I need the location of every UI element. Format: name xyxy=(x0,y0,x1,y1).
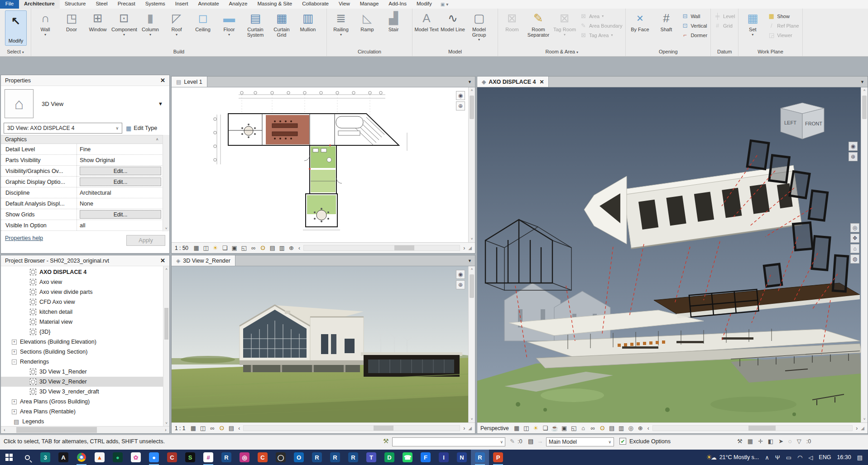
show-hidden-icons[interactable]: ∧ xyxy=(765,454,769,461)
reveal-hidden-icon[interactable]: ʘ xyxy=(218,425,225,431)
volume-icon[interactable]: ◁ xyxy=(808,454,813,461)
modify-button[interactable]: ↖ Modify xyxy=(5,10,27,46)
taskbar-o-dark[interactable]: ◯ xyxy=(272,450,290,465)
select-by-face-icon[interactable]: ◧ xyxy=(768,438,773,445)
ribbon-panel-label[interactable]: Datum xyxy=(712,48,737,56)
resize-grip-icon[interactable]: ◢ xyxy=(468,245,472,250)
select-pinned-icon[interactable]: ✛ xyxy=(758,438,763,445)
window[interactable]: ⊞ Window xyxy=(85,10,111,38)
detail-level-icon[interactable]: ▦ xyxy=(189,425,197,431)
select-panel-label[interactable]: Select▾ xyxy=(1,48,30,56)
tab-modify[interactable]: Modify xyxy=(412,0,437,9)
roof[interactable]: ◸ Roof ▾ xyxy=(163,10,190,38)
group-area-plans-gross[interactable]: + Area Plans (Gross Building) xyxy=(1,397,169,407)
taskbar-teams[interactable]: T xyxy=(362,450,380,465)
stair[interactable]: ▟ Stair xyxy=(380,10,407,37)
tab-view[interactable]: View xyxy=(334,0,355,9)
crop-icon[interactable]: ▣ xyxy=(230,244,238,251)
room[interactable]: ⊠ Room xyxy=(499,10,525,38)
render-hscrollbar[interactable] xyxy=(243,425,460,431)
network-icon[interactable]: ◠ xyxy=(797,454,802,461)
area[interactable]: ⊠ Area ▾ xyxy=(580,12,622,20)
grid[interactable]: # Grid xyxy=(714,22,735,29)
railing[interactable]: ≣ Railing ▾ xyxy=(328,10,354,37)
taskbar-s-app[interactable]: S xyxy=(181,450,199,465)
taskbar-revit-c[interactable]: R xyxy=(326,450,344,465)
ribbon-panel-label[interactable]: Model xyxy=(413,48,497,56)
language-indicator[interactable]: ENG xyxy=(819,454,831,460)
search-button[interactable] xyxy=(18,450,36,465)
taskbar-revit-d[interactable]: R xyxy=(344,450,362,465)
property-value[interactable]: all xyxy=(80,222,86,229)
plan-canvas[interactable]: ◉ ⊕ ˄˅ xyxy=(172,87,475,242)
tab-insert[interactable]: Insert xyxy=(170,0,193,9)
tree-hscrollbar[interactable]: ‹ › xyxy=(1,426,169,433)
close-tab-icon[interactable]: ✕ xyxy=(539,79,544,85)
view-material-view[interactable]: Material view xyxy=(1,317,169,327)
taskbar-zoom[interactable]: ● xyxy=(145,450,163,465)
hide-isolate-icon[interactable]: ∞ xyxy=(589,425,597,431)
steering-wheel-icon[interactable]: ◉ xyxy=(849,142,858,151)
axo-vscrollbar[interactable]: ˄˅ xyxy=(861,87,868,422)
view-3d[interactable]: {3D} xyxy=(1,327,169,337)
tab-axo-displace-4[interactable]: ◈ AXO DISPLACE 4 ✕ xyxy=(477,77,549,87)
sun-icon[interactable]: ☀ xyxy=(211,244,219,251)
column[interactable]: ▮ Column ▾ xyxy=(137,10,163,38)
scroll-right-icon[interactable]: › xyxy=(462,245,466,251)
view-axo-displace-4[interactable]: AXO DISPLACE 4 xyxy=(1,267,169,277)
tab-precast[interactable]: Precast xyxy=(113,0,140,9)
crop-vis-icon[interactable]: ◱ xyxy=(570,425,578,431)
view-cube[interactable]: LEFT FRONT xyxy=(781,103,824,139)
type-selector[interactable]: 3D View: AXO DISPLACE 4∨ xyxy=(4,123,122,134)
taskbar-d-green[interactable]: D xyxy=(380,450,398,465)
taskbar-outlook[interactable]: O xyxy=(290,450,308,465)
detail-level-icon[interactable]: ▦ xyxy=(192,244,200,251)
crop-icon[interactable]: ▣ xyxy=(561,425,568,431)
tree-expander-icon[interactable]: − xyxy=(12,360,17,364)
taskbar-ccleaner[interactable]: C xyxy=(163,450,181,465)
curtain-system[interactable]: ▤ Curtain System xyxy=(242,10,269,38)
reveal-hidden-icon[interactable]: ʘ xyxy=(599,425,606,431)
ceiling[interactable]: ◻ Ceiling xyxy=(190,10,216,38)
wall-opening[interactable]: ⊟ Wall xyxy=(681,12,707,20)
tab-analyze[interactable]: Analyze xyxy=(224,0,253,9)
tab-addins[interactable]: Add-Ins xyxy=(384,0,412,9)
sun-icon[interactable]: ☀ xyxy=(532,425,540,431)
design-options-icon[interactable]: ▤ xyxy=(528,438,533,445)
tab-list-icon[interactable]: ▼ xyxy=(465,80,475,84)
scroll-right-icon[interactable]: › xyxy=(855,425,858,431)
editing-requests-icon[interactable]: ✎ xyxy=(510,438,515,445)
home-icon[interactable]: ⌂ xyxy=(850,244,859,253)
apply-button[interactable]: Apply xyxy=(126,235,165,246)
collapse-section-icon[interactable]: ˄ xyxy=(156,137,158,142)
model-group[interactable]: ▢ Model Group ▾ xyxy=(466,10,492,42)
taskbar-revit-b[interactable]: R xyxy=(308,450,326,465)
drag-select-icon[interactable]: ➤ xyxy=(778,438,783,445)
zoom-tool-icon[interactable]: ⊕ xyxy=(456,101,465,110)
taskbar-whatsapp[interactable]: ☎ xyxy=(398,450,417,465)
visual-style-icon[interactable]: ◫ xyxy=(199,425,206,431)
tree-expander-icon[interactable]: + xyxy=(12,350,17,355)
tab-list-icon[interactable]: ▼ xyxy=(465,259,475,263)
scroll-right-icon[interactable]: › xyxy=(462,425,466,431)
model-line[interactable]: ∿ Model Line xyxy=(440,10,466,42)
axo-hscrollbar[interactable] xyxy=(652,425,853,431)
ramp[interactable]: ◺ Ramp xyxy=(354,10,380,37)
render-icon[interactable]: ☕ xyxy=(551,425,559,431)
design-option-select[interactable]: Main Model∨ xyxy=(546,437,614,446)
status-combobox[interactable]: ∨ xyxy=(392,437,505,446)
tablet-mode-icon[interactable]: ▭ xyxy=(786,454,791,461)
area-boundary[interactable]: ✎ Area Boundary xyxy=(580,22,622,29)
level[interactable]: ╪ Level xyxy=(714,12,735,20)
group-elevations[interactable]: + Elevations (Building Elevation) xyxy=(1,337,169,347)
model-text[interactable]: A Model Text xyxy=(413,10,440,42)
tree-scrollbar[interactable]: ˄˅ xyxy=(163,266,169,426)
edit-button[interactable]: Edit... xyxy=(80,167,161,175)
reset-tool-icon[interactable]: ◌ xyxy=(788,438,792,445)
hide-isolate-icon[interactable]: ∞ xyxy=(208,425,216,431)
displace-icon[interactable]: ▥ xyxy=(618,425,625,431)
zoom-tool-icon[interactable]: ⊕ xyxy=(849,152,858,161)
tab-massing-site[interactable]: Massing & Site xyxy=(252,0,297,9)
taskbar-revit-active[interactable]: R xyxy=(471,450,489,465)
taskbar-camtasia[interactable]: ● xyxy=(109,450,127,465)
